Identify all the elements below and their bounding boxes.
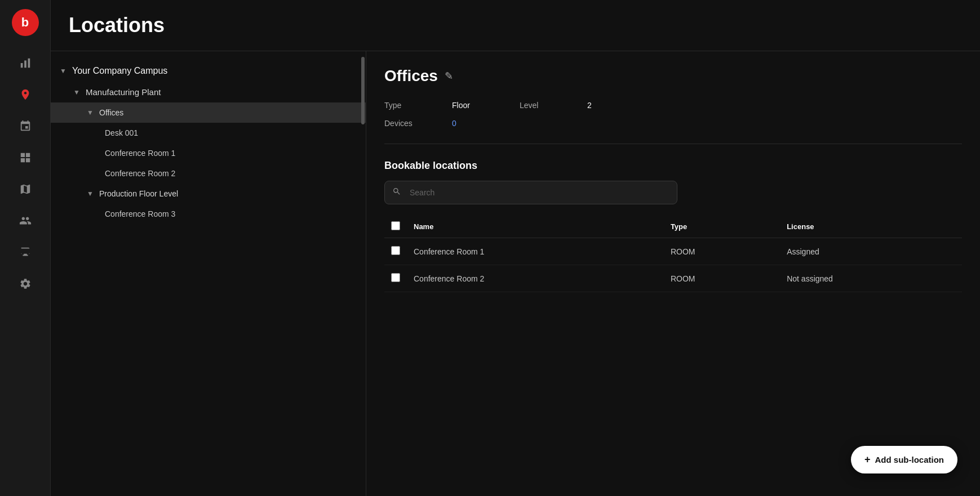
device-nav-icon[interactable] [12,239,39,266]
col-name: Name [407,216,664,238]
row-type-1: ROOM [664,265,780,292]
grid-nav-icon[interactable] [12,144,39,171]
row-checkbox-1[interactable] [391,273,400,282]
level-label: Level [520,99,587,112]
svg-rect-0 [20,63,23,68]
row-checkbox-0[interactable] [391,246,400,255]
col-type: Type [664,216,780,238]
search-input[interactable] [384,181,677,204]
row-license-0: Assigned [780,238,962,265]
people-nav-icon[interactable] [12,207,39,234]
tree-label-plant: Manufacturing Plant [86,87,161,97]
detail-panel: Offices ✎ Type Floor Level 2 Devices 0 B… [366,51,980,496]
location-tree: ▼ Your Company Campus ▼ Manufacturing Pl… [51,51,366,496]
location-nav-icon[interactable] [12,81,39,108]
tree-label-conf1: Conference Room 1 [105,149,175,158]
tree-label-conf3: Conference Room 3 [105,209,175,218]
level-value: 2 [587,99,655,112]
tree-item-prodfloor[interactable]: ▼ Production Floor Level [51,184,366,204]
detail-title: Offices [384,67,438,85]
tree-item-plant[interactable]: ▼ Manufacturing Plant [51,82,366,102]
devices-label: Devices [384,117,452,130]
detail-meta: Type Floor Level 2 Devices 0 [384,99,962,144]
tree-label-campus: Your Company Campus [72,66,167,76]
page-title: Locations [69,14,962,37]
bookable-table: Name Type License Conference Room 1 ROOM… [384,216,962,292]
chevron-down-icon: ▼ [87,190,95,198]
calendar-nav-icon[interactable] [12,113,39,140]
table-row: Conference Room 1 ROOM Assigned [384,238,962,265]
main-area: Locations ▼ Your Company Campus ▼ Manufa… [51,0,980,496]
tree-item-conf2[interactable]: Conference Room 2 [51,163,366,184]
tree-item-conf3[interactable]: Conference Room 3 [51,204,366,224]
settings-nav-icon[interactable] [12,270,39,297]
map-nav-icon[interactable] [12,176,39,203]
tree-item-offices[interactable]: ▼ Offices [51,102,366,123]
page-header: Locations [51,0,980,51]
sidebar: b [0,0,51,496]
svg-rect-2 [28,59,30,68]
col-checkbox [384,216,407,238]
bookable-section-title: Bookable locations [384,160,962,172]
row-checkbox-cell [384,265,407,292]
detail-title-row: Offices ✎ [384,67,962,85]
app-logo[interactable]: b [12,9,39,36]
tree-label-offices: Offices [99,108,123,117]
tree-label-desk001: Desk 001 [105,128,138,137]
chevron-down-icon: ▼ [60,67,68,75]
svg-rect-1 [24,60,26,68]
type-label: Type [384,99,452,112]
tree-item-desk001[interactable]: Desk 001 [51,123,366,143]
select-all-checkbox[interactable] [391,221,400,230]
tree-item-campus[interactable]: ▼ Your Company Campus [51,60,366,82]
row-checkbox-cell [384,238,407,265]
chevron-down-icon: ▼ [87,109,95,117]
col-license: License [780,216,962,238]
row-name-0: Conference Room 1 [407,238,664,265]
edit-icon[interactable]: ✎ [445,70,453,82]
plus-icon: + [864,454,871,466]
table-row: Conference Room 2 ROOM Not assigned [384,265,962,292]
chart-nav-icon[interactable] [12,50,39,77]
row-type-0: ROOM [664,238,780,265]
search-box [384,181,962,204]
row-name-1: Conference Room 2 [407,265,664,292]
tree-label-prodfloor: Production Floor Level [99,189,178,198]
row-license-1: Not assigned [780,265,962,292]
content-area: ▼ Your Company Campus ▼ Manufacturing Pl… [51,51,980,496]
tree-item-conf1[interactable]: Conference Room 1 [51,143,366,163]
type-value: Floor [452,99,520,112]
search-icon [392,187,401,198]
chevron-down-icon: ▼ [73,88,81,96]
devices-link[interactable]: 0 [452,117,520,130]
add-sublocation-button[interactable]: + Add sub-location [851,446,957,473]
add-sublocation-label: Add sub-location [875,455,944,464]
tree-label-conf2: Conference Room 2 [105,169,175,178]
